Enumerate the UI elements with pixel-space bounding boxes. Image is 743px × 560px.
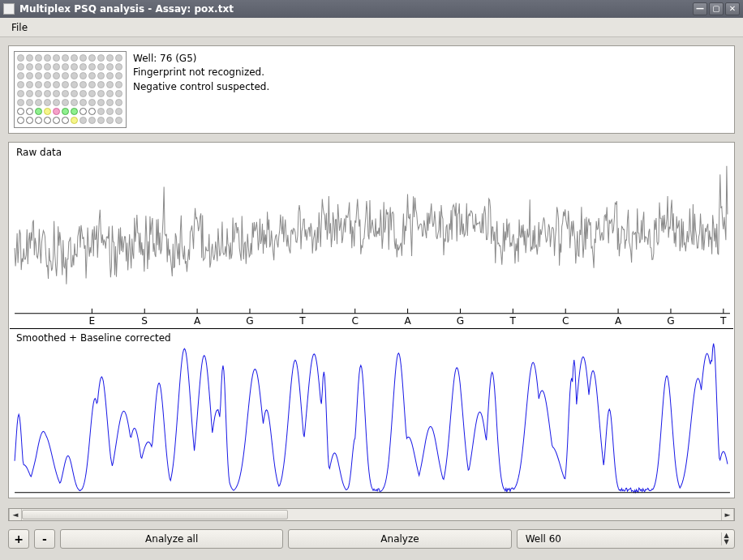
plate-well[interactable] <box>97 99 105 106</box>
plate-well[interactable] <box>26 63 33 71</box>
plate-well[interactable] <box>115 99 122 106</box>
plate-well[interactable] <box>115 108 122 115</box>
plate-well[interactable] <box>62 108 69 115</box>
plate-well[interactable] <box>106 54 114 62</box>
plate-well[interactable] <box>17 54 24 62</box>
plate-well[interactable] <box>53 81 60 88</box>
plate-well[interactable] <box>26 108 33 115</box>
plate-well[interactable] <box>115 63 122 71</box>
plate-well[interactable] <box>53 99 60 106</box>
plate-well[interactable] <box>26 72 33 79</box>
menu-file[interactable]: File <box>5 20 34 35</box>
plate-well[interactable] <box>44 99 51 106</box>
plate-well[interactable] <box>115 72 122 79</box>
plate-well[interactable] <box>53 90 60 97</box>
plate-well[interactable] <box>106 81 114 88</box>
plate-well[interactable] <box>79 72 87 79</box>
spinner-down-icon[interactable]: ▼ <box>721 539 731 545</box>
plate-well[interactable] <box>106 90 114 97</box>
plate-well[interactable] <box>26 117 33 124</box>
plate-well[interactable] <box>35 90 42 97</box>
plate-well[interactable] <box>97 117 105 124</box>
scroll-right-button[interactable]: ► <box>721 509 734 520</box>
plate-well[interactable] <box>35 54 42 62</box>
plate-well[interactable] <box>88 54 96 62</box>
plate-well[interactable] <box>79 63 87 71</box>
plate-well[interactable] <box>53 72 60 79</box>
plate-well[interactable] <box>44 117 51 124</box>
plate-well[interactable] <box>97 63 105 71</box>
plate-well[interactable] <box>79 108 87 115</box>
plate-well[interactable] <box>79 99 87 106</box>
plate-well[interactable] <box>62 63 69 71</box>
plate-well[interactable] <box>53 108 60 115</box>
close-button[interactable]: ✕ <box>725 2 740 15</box>
plate-well[interactable] <box>35 99 42 106</box>
analyze-button[interactable]: Analyze <box>288 529 511 549</box>
plate-well[interactable] <box>115 81 122 88</box>
plate-well[interactable] <box>88 72 96 79</box>
plate-well[interactable] <box>53 117 60 124</box>
plate-well[interactable] <box>62 81 69 88</box>
plate-well[interactable] <box>71 90 78 97</box>
plate-well[interactable] <box>88 63 96 71</box>
plate-well[interactable] <box>106 99 114 106</box>
scroll-thumb[interactable] <box>22 510 288 519</box>
plate-well[interactable] <box>17 117 24 124</box>
plate-well[interactable] <box>88 99 96 106</box>
plate-well[interactable] <box>17 72 24 79</box>
plate-map[interactable] <box>14 51 127 128</box>
scroll-track[interactable] <box>22 509 721 520</box>
plate-well[interactable] <box>53 63 60 71</box>
zoom-in-button[interactable]: + <box>8 529 29 549</box>
plate-well[interactable] <box>62 72 69 79</box>
plate-well[interactable] <box>71 54 78 62</box>
horizontal-scrollbar[interactable]: ◄ ► <box>8 508 735 521</box>
plate-well[interactable] <box>17 108 24 115</box>
plate-well[interactable] <box>44 54 51 62</box>
plate-well[interactable] <box>44 90 51 97</box>
plate-well[interactable] <box>106 117 114 124</box>
plate-well[interactable] <box>17 81 24 88</box>
plate-well[interactable] <box>88 117 96 124</box>
zoom-out-button[interactable]: - <box>34 529 55 549</box>
plate-well[interactable] <box>106 63 114 71</box>
plate-well[interactable] <box>35 63 42 71</box>
plate-well[interactable] <box>97 72 105 79</box>
plate-well[interactable] <box>44 108 51 115</box>
plate-well[interactable] <box>71 72 78 79</box>
plate-well[interactable] <box>17 99 24 106</box>
plate-well[interactable] <box>97 108 105 115</box>
plate-well[interactable] <box>62 117 69 124</box>
plate-well[interactable] <box>71 108 78 115</box>
plate-well[interactable] <box>26 81 33 88</box>
maximize-button[interactable]: ▢ <box>709 2 724 15</box>
plate-well[interactable] <box>62 90 69 97</box>
plate-well[interactable] <box>79 117 87 124</box>
minimize-button[interactable]: — <box>693 2 707 15</box>
plate-well[interactable] <box>106 108 114 115</box>
plate-well[interactable] <box>79 54 87 62</box>
plate-well[interactable] <box>17 63 24 71</box>
plate-well[interactable] <box>26 99 33 106</box>
plate-well[interactable] <box>79 81 87 88</box>
plate-well[interactable] <box>79 90 87 97</box>
plate-well[interactable] <box>62 54 69 62</box>
plate-well[interactable] <box>88 90 96 97</box>
plate-well[interactable] <box>71 63 78 71</box>
plate-well[interactable] <box>97 81 105 88</box>
plate-well[interactable] <box>62 99 69 106</box>
plate-well[interactable] <box>106 72 114 79</box>
analyze-all-button[interactable]: Analyze all <box>60 529 283 549</box>
plate-grid[interactable] <box>17 54 123 125</box>
well-spinner[interactable]: Well 60 ▲ ▼ <box>517 529 735 549</box>
plate-well[interactable] <box>97 90 105 97</box>
plate-well[interactable] <box>71 81 78 88</box>
plate-well[interactable] <box>53 54 60 62</box>
plate-well[interactable] <box>26 90 33 97</box>
plate-well[interactable] <box>44 81 51 88</box>
plate-well[interactable] <box>35 108 42 115</box>
spinner-arrows[interactable]: ▲ ▼ <box>721 532 731 545</box>
plate-well[interactable] <box>88 81 96 88</box>
plate-well[interactable] <box>71 99 78 106</box>
